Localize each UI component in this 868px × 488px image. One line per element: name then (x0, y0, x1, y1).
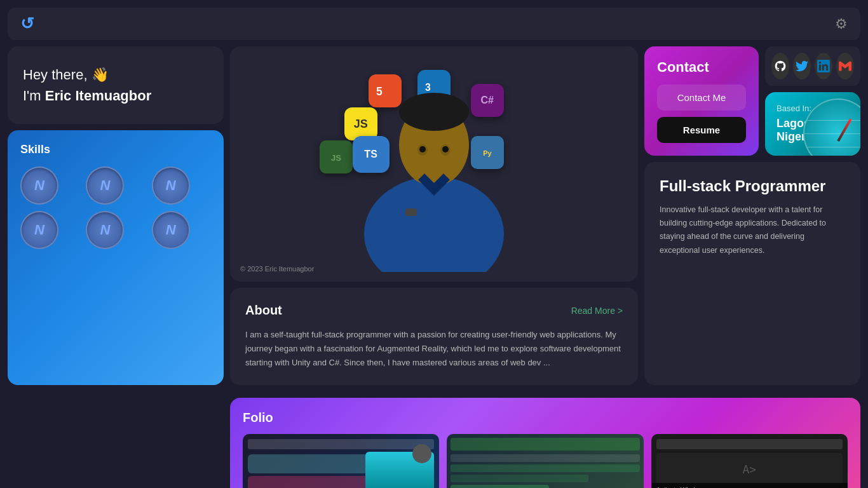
linkedin-icon[interactable] (815, 53, 832, 79)
bottom-cards: Folio (8, 398, 860, 488)
greeting-name: Eric Itemuagbor (45, 88, 151, 104)
about-header: About Read More > (245, 303, 623, 318)
svg-point-9 (399, 93, 469, 131)
about-card: About Read More > I am a self-taught ful… (230, 288, 638, 385)
contact-card: Contact Contact Me Resume (644, 46, 759, 156)
programmer-title: Full-stack Programmer (660, 177, 845, 196)
bottom-area: Folio (8, 398, 860, 488)
svg-point-13 (442, 146, 449, 152)
folio-card: Folio (230, 398, 860, 488)
folio-projects: A> Activate Windows Go to Settings to ac… (243, 434, 848, 488)
programmer-card: Full-stack Programmer Innovative full-st… (644, 162, 860, 385)
hero-person (345, 56, 523, 272)
about-text: I am a self-taught full-stack programmer… (245, 328, 623, 370)
hero-card: 5 3 JS C# (230, 46, 638, 281)
right-side-stack: Based In: Lagos, Nigeria (765, 46, 860, 156)
top-nav: ↺ ⚙ (8, 8, 860, 40)
project-thumb-1[interactable] (243, 434, 439, 488)
skill-item[interactable]: N (152, 166, 190, 205)
skill-item[interactable]: N (20, 166, 58, 205)
skills-card: Skills N N N N N N (8, 130, 224, 385)
center-column: 5 3 JS C# (230, 46, 638, 385)
settings-icon[interactable]: ⚙ (835, 16, 848, 32)
skills-grid: N N N N N N (20, 166, 211, 249)
about-title: About (245, 303, 282, 318)
contact-social-row: Contact Contact Me Resume (644, 46, 860, 156)
twitter-icon[interactable] (793, 53, 811, 79)
svg-text:JS: JS (331, 153, 341, 163)
skill-item[interactable]: N (152, 211, 190, 249)
svg-point-12 (419, 146, 426, 152)
skill-item[interactable]: N (86, 211, 124, 249)
social-icons-card (765, 46, 860, 86)
greeting-line1: Hey there, 👋 I'm Eric Itemuagbor (23, 64, 208, 106)
svg-rect-15 (405, 208, 417, 216)
project-thumb-3[interactable]: A> Activate Windows Go to Settings to ac… (651, 434, 848, 488)
project-thumb-2[interactable] (447, 434, 643, 488)
based-in-card: Based In: Lagos, Nigeria (765, 92, 860, 156)
github-icon[interactable] (771, 53, 789, 79)
main-grid: Hey there, 👋 I'm Eric Itemuagbor Skills … (8, 46, 860, 391)
gmail-icon[interactable] (836, 53, 854, 79)
folio-title: Folio (243, 410, 848, 425)
hero-copyright: © 2023 Eric Itemuagbor (240, 265, 314, 273)
nav-logo[interactable]: ↺ (20, 14, 34, 34)
skill-item[interactable]: N (86, 166, 124, 205)
left-column: Hey there, 👋 I'm Eric Itemuagbor Skills … (8, 46, 224, 385)
read-more-button[interactable]: Read More > (571, 306, 623, 316)
compass-needle (837, 118, 851, 142)
windows-activation-overlay: Activate Windows Go to Settings to activ… (651, 483, 848, 488)
greeting-card: Hey there, 👋 I'm Eric Itemuagbor (8, 46, 224, 124)
programmer-description: Innovative full-stack developer with a t… (660, 203, 845, 257)
contact-me-button[interactable]: Contact Me (657, 85, 746, 111)
right-column: Contact Contact Me Resume (644, 46, 860, 385)
page-wrapper: ↺ ⚙ Hey there, 👋 I'm Eric Itemuagbor Ski… (0, 0, 868, 488)
contact-section-title: Contact (657, 59, 746, 76)
resume-button[interactable]: Resume (657, 117, 746, 143)
skills-title: Skills (20, 143, 211, 156)
skill-item[interactable]: N (20, 211, 58, 249)
